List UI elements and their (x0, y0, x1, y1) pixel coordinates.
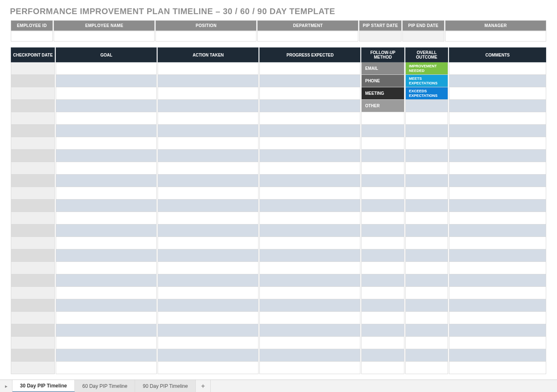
cell-progress-expected[interactable] (259, 274, 360, 287)
cell-action-taken[interactable] (158, 312, 259, 324)
cell-goal[interactable] (56, 212, 157, 224)
cell-progress-expected[interactable] (259, 324, 360, 337)
cell-progress-expected[interactable] (259, 200, 360, 212)
cell-checkpoint-date[interactable] (11, 137, 55, 150)
cell-goal[interactable] (56, 274, 157, 287)
cell-action-taken[interactable] (158, 100, 259, 112)
cell-comments[interactable] (449, 324, 546, 337)
cell-goal[interactable] (56, 187, 157, 200)
cell-overall-outcome[interactable] (405, 200, 448, 212)
cell-comments[interactable] (449, 62, 546, 75)
cell-action-taken[interactable] (158, 200, 259, 212)
info-cell-employee-name[interactable] (54, 31, 155, 42)
outcome-option-meets[interactable]: MEETS EXPECTATIONS (406, 75, 448, 87)
cell-goal[interactable] (56, 200, 157, 212)
cell-comments[interactable] (449, 200, 546, 212)
info-cell-department[interactable] (257, 31, 358, 42)
cell-action-taken[interactable] (158, 175, 259, 187)
outcome-option-exceeds[interactable]: EXCEEDS EXPECTATIONS (406, 87, 448, 99)
cell-followup-method[interactable] (361, 249, 404, 262)
cell-progress-expected[interactable] (259, 287, 360, 299)
cell-action-taken[interactable] (158, 87, 259, 100)
cell-comments[interactable] (449, 299, 546, 312)
cell-action-taken[interactable] (158, 212, 259, 224)
cell-action-taken[interactable] (158, 150, 259, 162)
cell-overall-outcome[interactable] (405, 337, 448, 349)
cell-progress-expected[interactable] (259, 150, 360, 162)
cell-action-taken[interactable] (158, 287, 259, 299)
tab-60-day[interactable]: 60 Day PIP Timeline (75, 380, 136, 392)
cell-checkpoint-date[interactable] (11, 175, 55, 187)
cell-progress-expected[interactable] (259, 362, 360, 374)
cell-followup-method[interactable] (361, 112, 404, 125)
cell-followup-method[interactable] (361, 150, 404, 162)
tab-30-day[interactable]: 30 Day PIP Timeline (12, 380, 75, 392)
cell-goal[interactable] (56, 249, 157, 262)
info-cell-manager[interactable] (445, 31, 546, 42)
cell-action-taken[interactable] (158, 224, 259, 237)
cell-comments[interactable] (449, 212, 546, 224)
cell-overall-outcome[interactable] (405, 150, 448, 162)
cell-followup-method[interactable] (361, 324, 404, 337)
cell-action-taken[interactable] (158, 262, 259, 274)
cell-checkpoint-date[interactable] (11, 100, 55, 112)
cell-goal[interactable] (56, 100, 157, 112)
cell-comments[interactable] (449, 175, 546, 187)
cell-action-taken[interactable] (158, 274, 259, 287)
cell-overall-outcome[interactable] (405, 100, 448, 112)
cell-overall-outcome[interactable] (405, 187, 448, 200)
cell-overall-outcome[interactable] (405, 175, 448, 187)
cell-goal[interactable] (56, 150, 157, 162)
cell-comments[interactable] (449, 112, 546, 125)
cell-comments[interactable] (449, 287, 546, 299)
cell-checkpoint-date[interactable] (11, 150, 55, 162)
cell-overall-outcome[interactable] (405, 249, 448, 262)
cell-goal[interactable] (56, 75, 157, 87)
cell-progress-expected[interactable] (259, 337, 360, 349)
cell-action-taken[interactable] (158, 162, 259, 175)
cell-checkpoint-date[interactable] (11, 262, 55, 274)
cell-action-taken[interactable] (158, 324, 259, 337)
cell-comments[interactable] (449, 75, 546, 87)
cell-progress-expected[interactable] (259, 262, 360, 274)
info-cell-pip-end[interactable] (402, 31, 444, 42)
cell-comments[interactable] (449, 162, 546, 175)
cell-overall-outcome[interactable] (405, 287, 448, 299)
cell-followup-method[interactable] (361, 187, 404, 200)
cell-comments[interactable] (449, 362, 546, 374)
cell-checkpoint-date[interactable] (11, 125, 55, 137)
cell-overall-outcome[interactable] (405, 224, 448, 237)
cell-comments[interactable] (449, 312, 546, 324)
followup-option-meeting[interactable]: MEETING (362, 87, 404, 99)
cell-overall-outcome[interactable] (405, 112, 448, 125)
cell-goal[interactable] (56, 112, 157, 125)
cell-followup-method[interactable] (361, 137, 404, 150)
cell-checkpoint-date[interactable] (11, 75, 55, 87)
cell-comments[interactable] (449, 224, 546, 237)
cell-followup-method[interactable] (361, 287, 404, 299)
cell-action-taken[interactable] (158, 62, 259, 75)
cell-checkpoint-date[interactable] (11, 349, 55, 362)
cell-followup-method[interactable] (361, 212, 404, 224)
cell-comments[interactable] (449, 125, 546, 137)
cell-progress-expected[interactable] (259, 100, 360, 112)
cell-goal[interactable] (56, 349, 157, 362)
cell-goal[interactable] (56, 62, 157, 75)
cell-progress-expected[interactable] (259, 237, 360, 249)
cell-action-taken[interactable] (158, 349, 259, 362)
cell-followup-method[interactable] (361, 349, 404, 362)
followup-option-other[interactable]: OTHER (362, 100, 404, 112)
cell-checkpoint-date[interactable] (11, 224, 55, 237)
cell-progress-expected[interactable] (259, 137, 360, 150)
cell-goal[interactable] (56, 137, 157, 150)
cell-comments[interactable] (449, 249, 546, 262)
cell-action-taken[interactable] (158, 125, 259, 137)
cell-action-taken[interactable] (158, 75, 259, 87)
cell-comments[interactable] (449, 100, 546, 112)
cell-checkpoint-date[interactable] (11, 324, 55, 337)
cell-followup-method[interactable] (361, 162, 404, 175)
cell-overall-outcome[interactable] (405, 362, 448, 374)
cell-checkpoint-date[interactable] (11, 200, 55, 212)
cell-comments[interactable] (449, 337, 546, 349)
cell-goal[interactable] (56, 362, 157, 374)
